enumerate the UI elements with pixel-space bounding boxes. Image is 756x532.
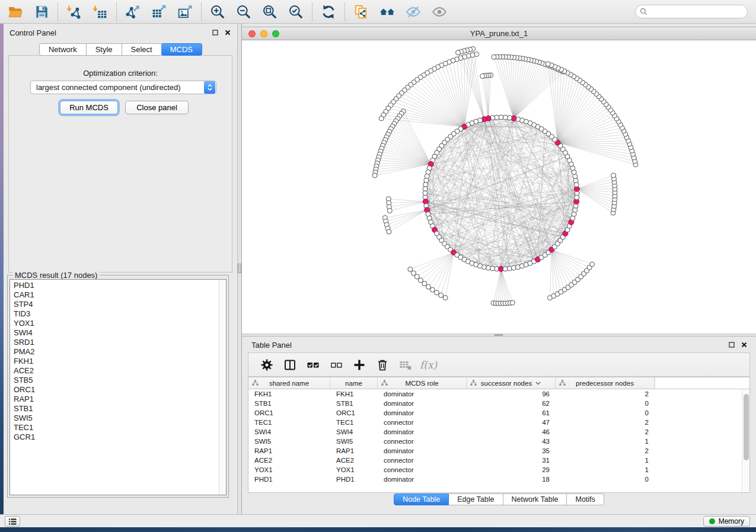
column-header-shared-name[interactable]: shared name [248,377,330,389]
save-icon[interactable] [31,2,52,22]
minimize-window-icon[interactable] [260,30,267,37]
table-cell: FKH1 [330,389,378,399]
float-panel-icon[interactable] [728,341,735,348]
close-panel-icon[interactable] [741,341,748,348]
table-cell: dominator [378,399,467,408]
mcds-node-item[interactable]: SRD1 [10,338,218,347]
table-cell: STB1 [330,399,378,408]
table-cell: 1 [556,456,655,465]
table-cell: 2 [556,418,655,427]
memory-button[interactable]: Memory [703,516,750,527]
splitter-handle[interactable] [495,334,503,336]
table-row[interactable]: FKH1FKH1dominator962 [248,389,742,399]
run-mcds-button[interactable]: Run MCDS [60,101,118,114]
hide-selected-icon[interactable] [403,2,424,22]
mcds-list-scrollbar[interactable] [219,280,226,495]
mcds-node-item[interactable]: FKH1 [10,357,218,366]
export-image-icon[interactable] [174,2,196,22]
table-cell: SWI4 [330,427,378,437]
table-scrollbar[interactable] [742,389,749,492]
scrollbar-thumb[interactable] [744,394,749,460]
mcds-node-item[interactable]: PHD1 [10,281,218,290]
table-row[interactable]: RAP1RAP1dominator352 [248,446,742,456]
float-panel-icon[interactable] [212,29,219,36]
table-row[interactable]: ORC1ORC1dominator610 [248,408,742,418]
svg-text:f(x): f(x) [420,359,438,371]
zoom-fit-icon[interactable] [259,2,280,22]
import-network-icon[interactable] [63,2,85,22]
column-label: MCDS role [405,380,438,387]
table-row[interactable]: PHD1PHD1dominator180 [248,475,742,484]
column-header-name[interactable]: name [330,377,378,389]
tab-mcds[interactable]: MCDS [161,43,202,56]
mcds-node-item[interactable]: STB1 [10,404,218,414]
table-cell: PHD1 [330,475,378,484]
tab-motifs[interactable]: Motifs [567,493,604,505]
maximize-window-icon[interactable] [272,30,279,37]
column-header-successor-nodes[interactable]: successor nodes [467,377,556,389]
mcds-node-item[interactable]: SWI4 [10,328,218,338]
table-cell: 0 [556,408,655,418]
table-cell: connector [378,418,467,427]
import-table-icon[interactable] [90,2,111,22]
export-table-icon[interactable] [148,2,170,22]
mcds-node-item[interactable]: PMA2 [10,347,218,357]
tab-node-table[interactable]: Node Table [394,493,449,505]
duplicate-network-icon[interactable] [350,2,372,22]
network-canvas[interactable] [242,40,756,334]
export-network-icon[interactable] [122,2,143,22]
mcds-node-item[interactable]: TEC1 [10,423,218,432]
show-all-icon[interactable] [429,2,450,22]
mcds-result-fieldset: MCDS result (17 nodes) PHD1CAR1STP4TID3Y… [7,275,229,498]
table-row[interactable]: ACE2ACE2connector311 [248,456,742,465]
tab-style[interactable]: Style [87,43,122,56]
mcds-node-item[interactable]: ACE2 [10,366,218,376]
close-window-icon[interactable] [248,30,256,37]
mcds-node-item[interactable]: TID3 [10,309,218,319]
select-all-icon[interactable] [303,355,323,374]
toolbar-separator [312,3,312,21]
add-row-icon[interactable] [349,355,369,374]
mcds-node-item[interactable]: CAR1 [10,290,218,300]
close-panel-button[interactable]: Close panel [125,101,189,114]
mcds-node-item[interactable]: STB5 [10,376,218,385]
table-row[interactable]: SWI4SWI4dominator462 [248,427,742,437]
settings-icon[interactable] [257,355,277,374]
mcds-node-item[interactable]: RAP1 [10,395,218,404]
mcds-result-list[interactable]: PHD1CAR1STP4TID3YOX1SWI4SRD1PMA2FKH1ACE2… [10,281,218,495]
first-neighbors-icon[interactable] [377,2,398,22]
table-row[interactable]: STB1STB1dominator620 [248,399,742,408]
deselect-all-icon[interactable] [326,355,346,374]
search-box[interactable] [635,5,748,18]
splitter-handle[interactable] [238,264,241,273]
table-row[interactable]: TEC1TEC1connector472 [248,418,742,427]
zoom-out-icon[interactable] [233,2,254,22]
column-header-MCDS-role[interactable]: MCDS role [378,377,467,389]
refresh-icon[interactable] [318,2,339,22]
network-graph[interactable] [242,40,756,334]
mcds-node-item[interactable]: ORC1 [10,385,218,395]
mcds-node-item[interactable]: GCR1 [10,432,218,442]
delete-row-icon[interactable] [372,355,393,374]
tab-network[interactable]: Network [39,43,87,56]
search-input[interactable] [647,8,747,16]
mcds-node-item[interactable]: SWI5 [10,414,218,423]
mcds-node-item[interactable]: YOX1 [10,319,218,328]
zoom-in-icon[interactable] [207,2,228,22]
criterion-select[interactable]: largest connected component (undirected) [30,81,216,94]
open-file-icon[interactable] [5,2,26,22]
tab-select[interactable]: Select [122,43,162,56]
table-row[interactable]: YOX1YOX1connector291 [248,465,742,475]
tab-edge-table[interactable]: Edge Table [449,493,503,505]
column-header-predecessor-nodes[interactable]: predecessor nodes [556,377,655,389]
task-history-button[interactable] [5,516,20,527]
zoom-selected-icon[interactable] [285,2,307,22]
table-cell: 2 [556,446,655,456]
shared-column-icon [381,380,388,387]
tab-network-table[interactable]: Network Table [503,493,567,505]
table-row[interactable]: SWI5SWI5connector431 [248,437,742,446]
mcds-node-item[interactable]: STP4 [10,300,218,309]
vertical-splitter[interactable] [237,24,242,514]
close-panel-icon[interactable] [224,29,231,36]
show-columns-icon[interactable] [280,355,300,374]
